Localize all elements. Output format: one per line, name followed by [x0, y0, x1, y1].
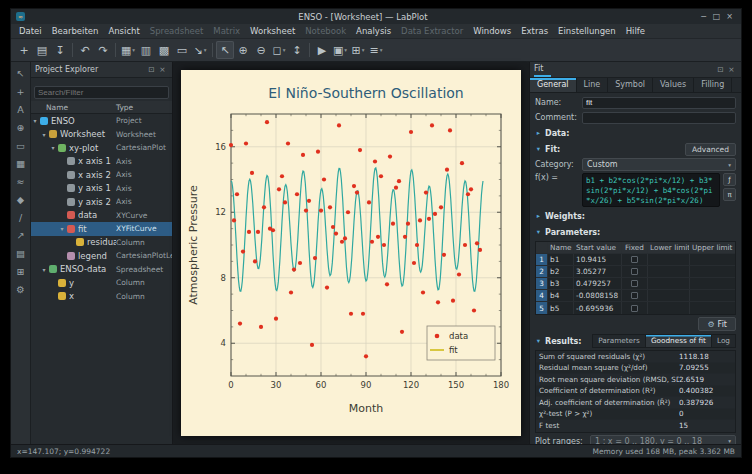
float-dock-icon[interactable]: ⊡: [715, 65, 726, 74]
tree-item-y[interactable]: yColumn: [31, 276, 172, 290]
redo-icon[interactable]: ↷: [94, 41, 112, 59]
tab-filling[interactable]: Filling: [694, 78, 732, 92]
close-icon[interactable]: ×: [723, 12, 736, 21]
save-project-icon[interactable]: ↧: [51, 41, 69, 59]
image-icon[interactable]: ▦: [13, 156, 28, 170]
results-tab-parameters[interactable]: Parameters: [592, 334, 646, 348]
advanced-button[interactable]: Advanced: [685, 143, 736, 156]
tree-item-y-axis-1[interactable]: y axis 1Axis: [31, 182, 172, 196]
fixed-checkbox[interactable]: [631, 256, 638, 263]
undo-icon[interactable]: ↶: [76, 41, 94, 59]
add-grid-icon[interactable]: ⊞▾: [349, 41, 367, 59]
arrow-icon[interactable]: ↗: [13, 228, 28, 242]
zoom-select-icon[interactable]: ◻▾: [270, 41, 288, 59]
worksheet-area[interactable]: 0306090120150180481216El Niño-Southern O…: [173, 62, 529, 444]
new-spreadsheet-icon[interactable]: ▥: [137, 41, 155, 59]
param-lower-limit[interactable]: [648, 278, 690, 289]
tree-item-enso-data[interactable]: ▾ENSO-dataSpreadsheet: [31, 263, 172, 277]
fixed-checkbox[interactable]: [631, 305, 638, 312]
tab-general[interactable]: General: [530, 78, 577, 92]
param-lower-limit[interactable]: [648, 266, 690, 277]
close-dock-icon[interactable]: ×: [726, 65, 737, 74]
import-data-icon[interactable]: ↘▾: [191, 41, 209, 59]
column-header-type[interactable]: Type: [116, 103, 172, 112]
expander-icon[interactable]: ▾: [40, 266, 48, 273]
menu-einstellungen[interactable]: Einstellungen: [553, 25, 621, 37]
close-dock-icon[interactable]: ×: [157, 65, 168, 74]
param-upper-limit[interactable]: [690, 290, 735, 301]
fixed-checkbox[interactable]: [631, 292, 638, 299]
run-fit-button[interactable]: ⚙ Fit: [698, 317, 736, 331]
select-mode-icon[interactable]: ↖: [216, 41, 234, 59]
menu-hilfe[interactable]: Hilfe: [621, 25, 650, 37]
tree-item-fit[interactable]: ▾fitXYFitCurve: [31, 222, 172, 236]
line-icon[interactable]: ∕: [13, 210, 28, 224]
new-workbook-icon[interactable]: ▦▾: [119, 41, 137, 59]
param-upper-limit[interactable]: [690, 278, 735, 289]
data-section-header[interactable]: ▸ Data:: [535, 126, 736, 140]
menu-matrix[interactable]: Matrix: [208, 25, 245, 37]
tree-column-headers[interactable]: Name Type: [31, 101, 172, 114]
menu-bearbeiten[interactable]: Bearbeiten: [47, 25, 104, 37]
tree-item-data[interactable]: dataXYCurve: [31, 209, 172, 223]
param-start-value[interactable]: 10.9415: [574, 254, 622, 265]
menu-analysis[interactable]: Analysis: [351, 25, 396, 37]
zoom-in-icon[interactable]: ⊕: [234, 41, 252, 59]
cartesian-plot-icon[interactable]: ▣▾: [331, 41, 349, 59]
title-bar[interactable]: ≈ ENSO - [Worksheet] — LabPlot − □ ×: [11, 9, 741, 24]
results-section-header[interactable]: ▾ Results: ParametersGoodness of fitLog: [535, 334, 736, 348]
param-upper-limit[interactable]: [690, 266, 735, 277]
menu-extras[interactable]: Extras: [516, 25, 553, 37]
fixed-checkbox[interactable]: [631, 268, 638, 275]
new-matrix-icon[interactable]: ▩: [155, 41, 173, 59]
constants-button[interactable]: π: [723, 188, 736, 201]
menu-worksheet[interactable]: Worksheet: [245, 25, 300, 37]
results-tab-log[interactable]: Log: [712, 334, 736, 348]
new-worksheet-icon[interactable]: ▭: [173, 41, 191, 59]
tree-item-y-axis-2[interactable]: y axis 2Axis: [31, 195, 172, 209]
worksheet-page[interactable]: 0306090120150180481216El Niño-Southern O…: [181, 70, 521, 436]
param-start-value[interactable]: 3.05277: [574, 266, 622, 277]
param-start-value[interactable]: 0.479257: [574, 278, 622, 289]
tree-item-worksheet[interactable]: ▾WorksheetWorksheet: [31, 128, 172, 142]
param-upper-limit[interactable]: [690, 302, 735, 314]
param-lower-limit[interactable]: [648, 302, 690, 314]
tab-values[interactable]: Values: [653, 78, 694, 92]
tree-item-enso[interactable]: ▾ENSOProject: [31, 114, 172, 128]
float-dock-icon[interactable]: ⊡: [146, 65, 157, 74]
tree-item-x-axis-1[interactable]: x axis 1Axis: [31, 155, 172, 169]
parameters-section-header[interactable]: ▾ Parameters:: [535, 225, 736, 239]
crosshair-icon[interactable]: +: [13, 84, 28, 98]
settings-icon[interactable]: ⚙: [13, 282, 28, 296]
expander-icon[interactable]: ▾: [49, 144, 57, 151]
curve-icon[interactable]: ≈: [13, 174, 28, 188]
param-lower-limit[interactable]: [648, 254, 690, 265]
tree-item-legend[interactable]: legendCartesianPlotLegend: [31, 249, 172, 263]
open-project-icon[interactable]: ▤: [33, 41, 51, 59]
expander-icon[interactable]: ▾: [58, 225, 66, 232]
legend-icon[interactable]: ▤: [13, 246, 28, 260]
menu-data-extractor[interactable]: Data Extractor: [396, 25, 468, 37]
tree-item-residuals[interactable]: residualsColumn: [31, 236, 172, 250]
select-cursor-icon[interactable]: ↖: [13, 66, 28, 80]
search-input[interactable]: [34, 86, 169, 99]
menu-windows[interactable]: Windows: [468, 25, 516, 37]
expander-icon[interactable]: ▾: [40, 131, 48, 138]
shapes-icon[interactable]: ◆: [13, 192, 28, 206]
tab-symbol[interactable]: Symbol: [608, 78, 653, 92]
fit-to-page-icon[interactable]: ↕: [288, 41, 306, 59]
formula-editor[interactable]: b1 + b2*cos(2*pi*x/12) + b3*sin(2*pi*x/1…: [582, 173, 720, 207]
fixed-checkbox[interactable]: [631, 280, 638, 287]
param-upper-limit[interactable]: [690, 254, 735, 265]
presenter-mode-icon[interactable]: ▶: [313, 41, 331, 59]
results-tab-goodness-of-fit[interactable]: Goodness of fit: [646, 334, 712, 348]
weights-section-header[interactable]: ▸ Weights:: [535, 209, 736, 223]
tree-item-xy-plot[interactable]: ▾xy-plotCartesianPlot: [31, 141, 172, 155]
param-start-value[interactable]: -0.0808158: [574, 290, 622, 301]
zoom-icon[interactable]: ⊕: [13, 120, 28, 134]
new-plot-icon[interactable]: ▭: [13, 138, 28, 152]
maximize-icon[interactable]: □: [710, 12, 723, 21]
fit-section-header[interactable]: ▾ Fit: Advanced: [535, 142, 736, 156]
text-label-icon[interactable]: A: [13, 102, 28, 116]
param-start-value[interactable]: -0.695936: [574, 302, 622, 314]
